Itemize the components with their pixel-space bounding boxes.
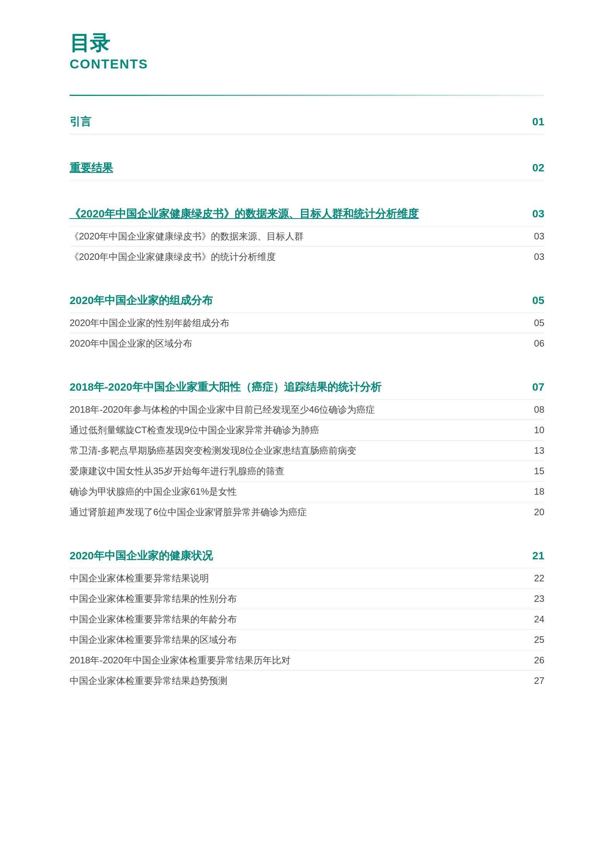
toc-sub-item-text: 中国企业家体检重要异常结果的区域分布 [70, 634, 529, 646]
toc-section-page-zhui_zong: 07 [532, 381, 544, 393]
section-spacer [70, 361, 544, 373]
toc-sub-item-text: 中国企业家体检重要异常结果说明 [70, 572, 529, 584]
toc-sub-item[interactable]: 通过低剂量螺旋CT检查发现9位中国企业家异常并确诊为肺癌10 [70, 420, 544, 441]
toc-sub-item-text: 2020年中国企业家的区域分布 [70, 337, 529, 350]
toc-section-page-yinyan: 01 [532, 116, 544, 128]
section-spacer [70, 142, 544, 154]
toc-sub-item-text: 爱康建议中国女性从35岁开始每年进行乳腺癌的筛查 [70, 465, 529, 477]
toc-sub-item[interactable]: 《2020年中国企业家健康绿皮书》的统计分析维度03 [70, 247, 544, 267]
toc-sub-item-text: 通过低剂量螺旋CT检查发现9位中国企业家异常并确诊为肺癌 [70, 424, 529, 436]
toc-section-zhui_zong: 2018年-2020年中国企业家重大阳性（癌症）追踪结果的统计分析072018年… [70, 373, 544, 522]
toc-section-header-shuju_laiyuan[interactable]: 《2020年中国企业家健康绿皮书》的数据来源、目标人群和统计分析维度03 [70, 200, 544, 226]
toc-sub-item-text: 确诊为甲状腺癌的中国企业家61%是女性 [70, 485, 529, 498]
toc-section-header-zucheng_fenbu[interactable]: 2020年中国企业家的组成分布05 [70, 286, 544, 313]
title-chinese: 目录 [70, 31, 544, 55]
toc-section-header-jiankang_zhuangkuang[interactable]: 2020年中国企业家的健康状况21 [70, 542, 544, 568]
toc-section-title-yinyan: 引言 [70, 114, 91, 129]
toc-sub-item-text: 中国企业家体检重要异常结果的性别分布 [70, 593, 529, 605]
toc-section-title-jiankang_zhuangkuang: 2020年中国企业家的健康状况 [70, 548, 213, 563]
toc-sub-item-text: 中国企业家体检重要异常结果的年龄分布 [70, 613, 529, 625]
toc-sub-item-page: 15 [529, 466, 544, 477]
toc-sub-item[interactable]: 2020年中国企业家的区域分布06 [70, 333, 544, 354]
toc-sub-item[interactable]: 中国企业家体检重要异常结果趋势预测27 [70, 671, 544, 691]
title-english: CONTENTS [70, 56, 544, 72]
toc-sub-item-text: 《2020年中国企业家健康绿皮书》的数据来源、目标人群 [70, 230, 529, 243]
toc-sub-item-page: 08 [529, 404, 544, 415]
toc-section-zucheng_fenbu: 2020年中国企业家的组成分布052020年中国企业家的性别年龄组成分布0520… [70, 286, 544, 354]
toc-section-title-shuju_laiyuan[interactable]: 《2020年中国企业家健康绿皮书》的数据来源、目标人群和统计分析维度 [70, 207, 419, 221]
toc-sub-item-text: 通过肾脏超声发现了6位中国企业家肾脏异常并确诊为癌症 [70, 506, 529, 518]
toc-sub-item[interactable]: 中国企业家体检重要异常结果说明22 [70, 568, 544, 589]
toc-sub-item-page: 06 [529, 338, 544, 349]
toc-section-jiankang_zhuangkuang: 2020年中国企业家的健康状况21中国企业家体检重要异常结果说明22中国企业家体… [70, 542, 544, 691]
toc-sub-item[interactable]: 中国企业家体检重要异常结果的区域分布25 [70, 630, 544, 650]
toc-sub-item[interactable]: 通过肾脏超声发现了6位中国企业家肾脏异常并确诊为癌症20 [70, 502, 544, 522]
toc-sub-item[interactable]: 确诊为甲状腺癌的中国企业家61%是女性18 [70, 482, 544, 502]
toc-sub-item[interactable]: 2018年-2020年参与体检的中国企业家中目前已经发现至少46位确诊为癌症08 [70, 400, 544, 420]
toc-sub-item[interactable]: 2020年中国企业家的性别年龄组成分布05 [70, 313, 544, 333]
toc-sub-item-text: 《2020年中国企业家健康绿皮书》的统计分析维度 [70, 251, 529, 263]
toc-section-title-zucheng_fenbu: 2020年中国企业家的组成分布 [70, 293, 213, 308]
toc-section-page-shuju_laiyuan: 03 [532, 208, 544, 220]
section-spacer [70, 275, 544, 286]
toc-sub-item-page: 03 [529, 231, 544, 242]
toc-sub-item[interactable]: 中国企业家体检重要异常结果的年龄分布24 [70, 609, 544, 630]
toc-section-zhongyao_jieguo: 重要结果02 [70, 154, 544, 180]
toc-section-title-zhongyao_jieguo[interactable]: 重要结果 [70, 161, 113, 175]
toc-sub-item-text: 中国企业家体检重要异常结果趋势预测 [70, 675, 529, 687]
toc-sub-item-page: 26 [529, 655, 544, 666]
toc-sub-item-text: 2018年-2020年中国企业家体检重要异常结果历年比对 [70, 654, 529, 666]
toc-sub-item-text: 2020年中国企业家的性别年龄组成分布 [70, 317, 529, 329]
toc-sub-item[interactable]: 常卫清-多靶点早期肠癌基因突变检测发现8位企业家患结直肠癌前病变13 [70, 441, 544, 461]
toc-sub-item-text: 2018年-2020年参与体检的中国企业家中目前已经发现至少46位确诊为癌症 [70, 403, 529, 416]
toc-section-page-zhongyao_jieguo: 02 [532, 162, 544, 174]
toc-sub-item[interactable]: 《2020年中国企业家健康绿皮书》的数据来源、目标人群03 [70, 226, 544, 247]
toc-sub-item[interactable]: 中国企业家体检重要异常结果的性别分布23 [70, 589, 544, 609]
top-divider [70, 95, 544, 96]
toc-sub-item-page: 10 [529, 425, 544, 436]
toc-sub-item-page: 27 [529, 675, 544, 686]
toc-section-page-jiankang_zhuangkuang: 21 [532, 550, 544, 562]
toc-sub-item-page: 24 [529, 614, 544, 625]
section-spacer [70, 530, 544, 542]
toc-section-header-yinyan[interactable]: 引言01 [70, 108, 544, 134]
toc-sub-item-page: 18 [529, 486, 544, 497]
toc-sub-item-page: 03 [529, 251, 544, 262]
toc-section-page-zucheng_fenbu: 05 [532, 294, 544, 307]
toc-section-title-zhui_zong: 2018年-2020年中国企业家重大阳性（癌症）追踪结果的统计分析 [70, 380, 381, 395]
header: 目录 CONTENTS [70, 31, 544, 72]
toc-sub-item-page: 23 [529, 593, 544, 604]
toc-section-header-zhongyao_jieguo[interactable]: 重要结果02 [70, 154, 544, 180]
toc-section-header-zhui_zong[interactable]: 2018年-2020年中国企业家重大阳性（癌症）追踪结果的统计分析07 [70, 373, 544, 400]
toc-sub-item-text: 常卫清-多靶点早期肠癌基因突变检测发现8位企业家患结直肠癌前病变 [70, 444, 529, 457]
toc-sub-item-page: 22 [529, 573, 544, 584]
toc-sub-item-page: 13 [529, 445, 544, 456]
toc-sub-item[interactable]: 爱康建议中国女性从35岁开始每年进行乳腺癌的筛查15 [70, 461, 544, 482]
section-spacer [70, 188, 544, 200]
toc-sub-item-page: 05 [529, 318, 544, 328]
toc-section-yinyan: 引言01 [70, 108, 544, 134]
toc-sub-item-page: 20 [529, 507, 544, 518]
toc-container: 引言01重要结果02《2020年中国企业家健康绿皮书》的数据来源、目标人群和统计… [70, 108, 544, 691]
toc-sub-item-page: 25 [529, 634, 544, 645]
toc-section-shuju_laiyuan: 《2020年中国企业家健康绿皮书》的数据来源、目标人群和统计分析维度03《202… [70, 200, 544, 267]
toc-sub-item[interactable]: 2018年-2020年中国企业家体检重要异常结果历年比对26 [70, 650, 544, 671]
